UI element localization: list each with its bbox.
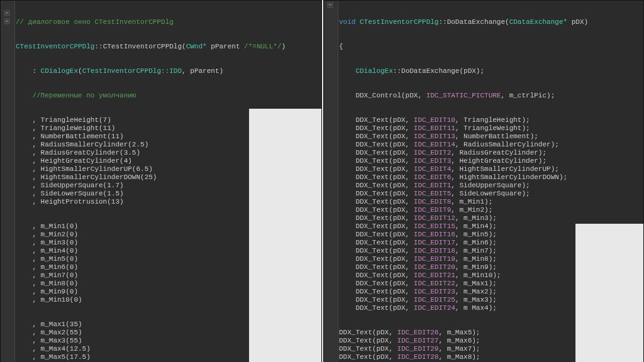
fold-icon[interactable]: -: [327, 2, 333, 8]
code-pane-left[interactable]: - - // диалоговое окно CTestInventorCPPD…: [0, 0, 322, 362]
ddx-line: DDX_Text(pDX, IDC_EDIT11, TriangleWeight…: [339, 124, 643, 133]
bg-notch: [575, 224, 644, 362]
gutter-left: - -: [1, 1, 15, 362]
editor-container: - - // диалоговое окно CTestInventorCPPD…: [0, 0, 644, 362]
fold-icon[interactable]: -: [4, 10, 10, 16]
ddx-line: DDX_Text(pDX, IDC_EDIT2, RadiusGreatCyli…: [339, 149, 643, 157]
ddx-line: DDX_Text(pDX, IDC_EDIT13, NumberBattleme…: [339, 133, 643, 141]
ddx-line: DDX_Text(pDX, IDC_EDIT4, HightSmallerCyl…: [339, 165, 643, 173]
ddx-line: DDX_Text(pDX, IDC_EDIT3, HeightGreatCyli…: [339, 157, 643, 165]
ddx-line: DDX_Text(pDX, IDC_EDIT9, m_Min2);: [339, 206, 643, 214]
ddx-line: DDX_Text(pDX, IDC_EDIT6, HightSmallerCyl…: [339, 173, 643, 182]
gutter-right: -: [324, 1, 338, 362]
ddx-line: DDX_Text(pDX, IDC_EDIT5, SideLowerSquare…: [339, 190, 643, 198]
comment: // диалоговое окно CTestInventorCPPDlg: [16, 18, 174, 26]
ddx-line: DDX_Text(pDX, IDC_EDIT12, m_Min3);: [339, 214, 643, 222]
ddx-line: DDX_Text(pDX, IDC_EDIT14, RadiusSmallerC…: [339, 141, 643, 149]
ddx-line: DDX_Text(pDX, IDC_EDIT10, TriangleHeight…: [339, 116, 643, 124]
ddx-line: DDX_Text(pDX, IDC_EDIT8, m_Min1);: [339, 198, 643, 206]
fold-icon[interactable]: -: [4, 18, 10, 25]
code-pane-right[interactable]: - void CTestInventorCPPDlg::DoDataExchan…: [323, 0, 644, 362]
ddx-line: DDX_Text(pDX, IDC_EDIT1, SideUpperSquare…: [339, 182, 643, 190]
bg-notch: [249, 109, 322, 362]
